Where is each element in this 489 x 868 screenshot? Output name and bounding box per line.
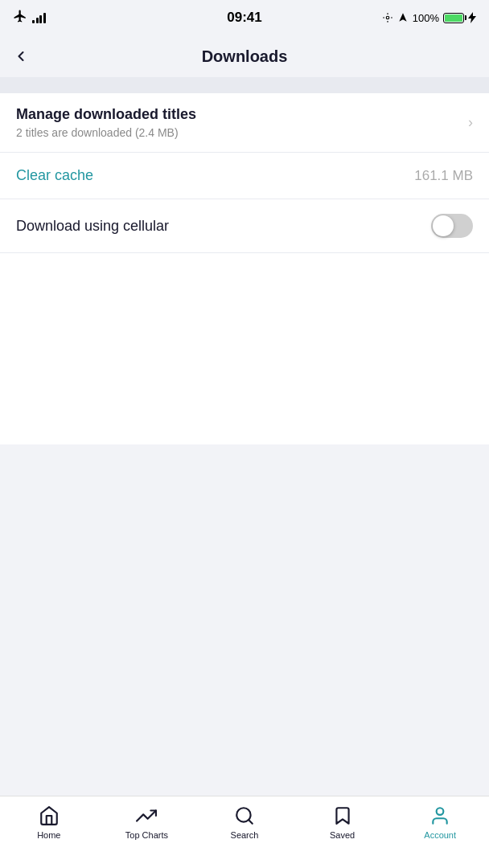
clear-cache-label[interactable]: Clear cache xyxy=(16,167,93,184)
top-charts-label: Top Charts xyxy=(125,830,168,840)
svg-point-3 xyxy=(437,808,444,815)
page-title: Downloads xyxy=(202,47,288,66)
status-bar: 09:41 100% xyxy=(0,0,489,35)
battery-indicator xyxy=(443,13,464,23)
top-charts-icon xyxy=(135,805,158,827)
navigation-icon xyxy=(397,12,409,23)
home-label: Home xyxy=(37,830,60,840)
nav-item-saved[interactable]: Saved xyxy=(294,805,392,840)
cellular-label: Download using cellular xyxy=(16,218,169,235)
cellular-toggle-row: Download using cellular xyxy=(0,199,489,253)
svg-point-0 xyxy=(386,16,389,19)
cache-size-value: 161.1 MB xyxy=(414,168,473,184)
chevron-right-icon: › xyxy=(468,114,473,131)
account-label: Account xyxy=(424,830,456,840)
saved-label: Saved xyxy=(330,830,355,840)
bottom-nav: Home Top Charts Search Saved xyxy=(0,796,489,868)
cellular-toggle[interactable] xyxy=(431,214,473,238)
home-icon xyxy=(38,805,60,827)
search-label: Search xyxy=(231,830,259,840)
airplane-icon xyxy=(13,9,27,27)
status-time: 09:41 xyxy=(227,10,261,26)
status-right: 100% xyxy=(382,12,476,24)
nav-header: Downloads xyxy=(0,35,489,77)
status-left xyxy=(13,9,46,27)
toggle-knob xyxy=(433,215,454,236)
charging-icon xyxy=(468,12,476,23)
nav-item-home[interactable]: Home xyxy=(0,805,98,840)
manage-downloads-row[interactable]: Manage downloaded titles 2 titles are do… xyxy=(0,93,489,153)
svg-line-2 xyxy=(249,820,253,824)
manage-downloads-subtitle: 2 titles are downloaded (2.4 MB) xyxy=(16,126,468,139)
search-icon xyxy=(233,805,256,827)
clear-cache-row[interactable]: Clear cache 161.1 MB xyxy=(0,153,489,199)
signal-bars xyxy=(32,12,46,23)
nav-item-search[interactable]: Search xyxy=(195,805,294,840)
location-icon xyxy=(382,12,393,23)
section-divider xyxy=(0,77,489,93)
back-button[interactable] xyxy=(6,42,35,71)
battery-percent: 100% xyxy=(413,12,439,24)
nav-item-top-charts[interactable]: Top Charts xyxy=(98,805,196,840)
account-icon xyxy=(429,805,451,827)
manage-downloads-title: Manage downloaded titles xyxy=(16,106,468,123)
saved-icon xyxy=(331,805,354,827)
manage-downloads-info: Manage downloaded titles 2 titles are do… xyxy=(16,106,468,139)
nav-item-account[interactable]: Account xyxy=(391,805,489,840)
empty-space xyxy=(0,444,489,796)
content-area: Manage downloaded titles 2 titles are do… xyxy=(0,93,489,444)
